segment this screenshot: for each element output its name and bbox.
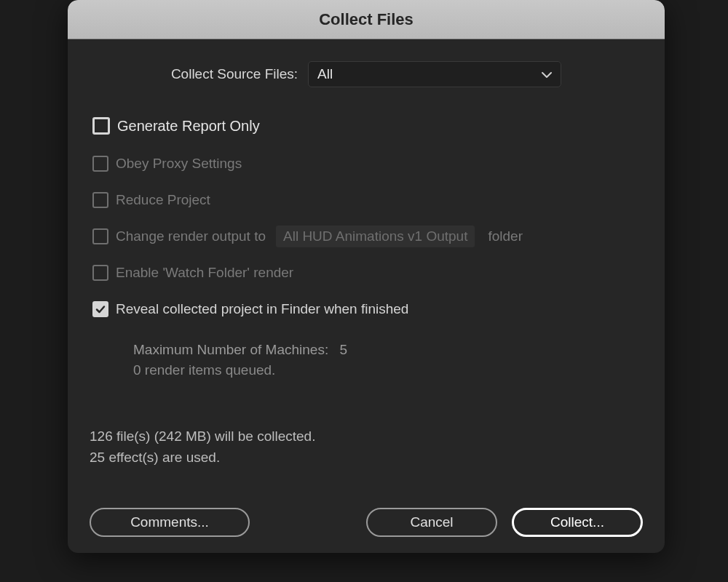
option-reduce-project: Reduce Project — [92, 182, 643, 218]
collect-source-label: Collect Source Files: — [171, 66, 298, 82]
generate-report-checkbox[interactable] — [92, 117, 110, 135]
dialog-titlebar: Collect Files — [68, 0, 665, 39]
reveal-finder-checkbox[interactable] — [92, 301, 108, 317]
summary-effects: 25 effect(s) are used. — [90, 447, 643, 469]
option-generate-report: Generate Report Only — [92, 108, 643, 144]
machines-row: Maximum Number of Machines: 5 — [133, 342, 643, 358]
comments-button-label: Comments... — [130, 514, 209, 530]
change-output-suffix: folder — [488, 228, 523, 244]
collect-button-label: Collect... — [550, 514, 604, 530]
reveal-finder-label: Reveal collected project in Finder when … — [116, 301, 408, 317]
option-change-output: Change render output to All HUD Animatio… — [92, 218, 643, 255]
collect-button[interactable]: Collect... — [512, 508, 643, 537]
collect-source-row: Collect Source Files: All — [90, 61, 643, 87]
checkmark-icon — [95, 303, 106, 315]
enable-watch-checkbox[interactable] — [92, 265, 108, 281]
option-obey-proxy: Obey Proxy Settings — [92, 146, 643, 182]
collect-files-dialog: Collect Files Collect Source Files: All … — [68, 0, 665, 553]
cancel-button-label: Cancel — [410, 514, 453, 530]
option-reveal-finder: Reveal collected project in Finder when … — [92, 291, 643, 327]
obey-proxy-label: Obey Proxy Settings — [116, 156, 242, 172]
render-queued-text: 0 render items queued. — [133, 362, 643, 378]
dialog-body: Collect Source Files: All Generate Repor… — [68, 39, 665, 482]
collection-summary: 126 file(s) (242 MB) will be collected. … — [90, 426, 643, 468]
machines-label: Maximum Number of Machines: — [133, 342, 328, 357]
obey-proxy-checkbox[interactable] — [92, 156, 108, 172]
chevron-down-icon — [542, 66, 552, 82]
comments-button[interactable]: Comments... — [90, 508, 250, 537]
option-enable-watch: Enable 'Watch Folder' render — [92, 255, 643, 291]
options-group: Generate Report Only Obey Proxy Settings… — [92, 108, 643, 378]
reduce-project-label: Reduce Project — [116, 192, 210, 208]
change-output-checkbox[interactable] — [92, 228, 108, 244]
machines-block: Maximum Number of Machines: 5 0 render i… — [133, 342, 643, 378]
change-output-folder-name: All HUD Animations v1 Output — [276, 226, 475, 247]
cancel-button[interactable]: Cancel — [366, 508, 497, 537]
enable-watch-label: Enable 'Watch Folder' render — [116, 265, 293, 281]
collect-source-dropdown[interactable]: All — [308, 61, 561, 87]
summary-files: 126 file(s) (242 MB) will be collected. — [90, 426, 643, 447]
reduce-project-checkbox[interactable] — [92, 192, 108, 208]
machines-value: 5 — [339, 342, 347, 358]
dialog-title: Collect Files — [319, 10, 414, 29]
collect-source-value: All — [317, 66, 333, 82]
generate-report-label: Generate Report Only — [117, 118, 260, 135]
dialog-buttons: Comments... Cancel Collect... — [90, 508, 643, 537]
change-output-prefix: Change render output to — [116, 228, 266, 244]
